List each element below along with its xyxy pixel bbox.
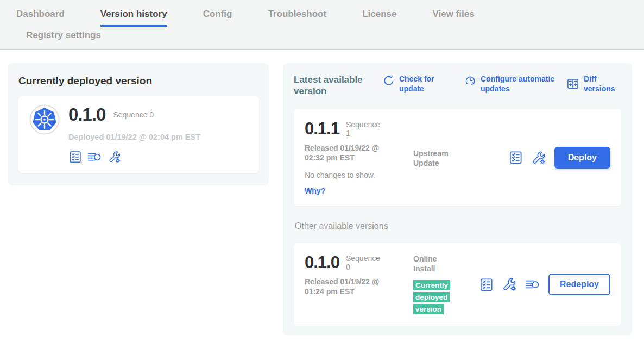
- diff-versions-label: Diff versions: [584, 74, 621, 94]
- tab-license[interactable]: License: [362, 0, 396, 27]
- main-content: Currently deployed version 0.1.0 Sequenc…: [0, 50, 644, 335]
- diff-icon: [566, 77, 579, 90]
- config-icon[interactable]: [502, 277, 517, 292]
- currently-deployed-badge-text: Currently deployed version: [413, 280, 450, 314]
- latest-source-column: Upstream Update: [413, 120, 474, 196]
- tab-troubleshoot[interactable]: Troubleshoot: [268, 0, 326, 27]
- latest-available-title: Latest available version: [294, 74, 376, 97]
- other-version-card: 0.1.0 Sequence 0 Released 01/19/22 @ 01:…: [294, 243, 621, 326]
- other-version-number: 0.1.0: [305, 254, 339, 271]
- preflight-checks-icon[interactable]: [508, 150, 523, 165]
- other-sequence-label: Sequence 0: [346, 254, 384, 271]
- latest-version-card: 0.1.1 Sequence 1 Released 01/19/22 @ 02:…: [294, 109, 621, 207]
- other-source-column: Online Install Currently deployed versio…: [413, 254, 474, 315]
- config-icon[interactable]: [531, 150, 546, 165]
- deployed-version-number: 0.1.0: [68, 104, 105, 125]
- latest-actions-column: Deploy: [508, 120, 610, 196]
- release-notes-icon[interactable]: [525, 277, 540, 291]
- other-version-info: 0.1.0 Sequence 0 Released 01/19/22 @ 01:…: [305, 254, 413, 315]
- configure-automatic-updates-link[interactable]: Configure automatic updates: [464, 74, 566, 94]
- preflight-checks-icon[interactable]: [479, 277, 494, 292]
- latest-version-info: 0.1.1 Sequence 1 Released 01/19/22 @ 02:…: [305, 120, 413, 196]
- diff-versions-link[interactable]: Diff versions: [566, 74, 621, 94]
- currently-deployed-badge: Currently deployed version: [413, 279, 457, 315]
- other-actions-column: Redeploy: [479, 254, 610, 315]
- schedule-update-icon: [464, 74, 476, 86]
- no-changes-text: No changes to show.: [305, 171, 413, 179]
- nav-row-2: Registry settings: [16, 27, 644, 49]
- currently-deployed-panel: Currently deployed version 0.1.0 Sequenc…: [8, 63, 269, 185]
- release-notes-icon[interactable]: [87, 150, 102, 164]
- deployed-timestamp: Deployed 01/19/22 @ 02:04 pm EST: [68, 133, 200, 141]
- deployed-version-info: 0.1.0 Sequence 0 Deployed 01/19/22 @ 02:…: [68, 104, 200, 164]
- check-for-update-link[interactable]: Check for update: [383, 74, 445, 94]
- latest-available-panel: Latest available version Check for updat…: [283, 63, 632, 335]
- tab-version-history[interactable]: Version history: [100, 0, 167, 27]
- tab-registry-settings[interactable]: Registry settings: [26, 30, 644, 41]
- configure-automatic-updates-label: Configure automatic updates: [481, 74, 566, 94]
- config-icon[interactable]: [108, 150, 122, 164]
- deployed-sequence-label: Sequence 0: [113, 110, 154, 119]
- other-versions-title: Other available versions: [295, 221, 621, 231]
- tab-dashboard[interactable]: Dashboard: [16, 0, 65, 27]
- latest-header: Latest available version Check for updat…: [294, 74, 621, 97]
- currently-deployed-title: Currently deployed version: [18, 75, 259, 87]
- check-for-update-label: Check for update: [399, 74, 445, 94]
- deploy-button[interactable]: Deploy: [554, 147, 610, 169]
- top-navbar: Dashboard Version history Config Trouble…: [0, 0, 644, 50]
- redeploy-button[interactable]: Redeploy: [548, 274, 610, 295]
- tab-view-files[interactable]: View files: [432, 0, 474, 27]
- latest-sequence-label: Sequence 1: [346, 120, 384, 138]
- why-link[interactable]: Why?: [305, 187, 413, 195]
- header-actions: Check for update Configure automatic upd…: [381, 74, 621, 94]
- latest-version-number: 0.1.1: [305, 120, 339, 137]
- tab-config[interactable]: Config: [203, 0, 232, 27]
- other-source-label: Online Install: [413, 254, 457, 274]
- preflight-checks-icon[interactable]: [68, 150, 82, 164]
- kubernetes-app-icon: [29, 104, 60, 135]
- latest-source-label: Upstream Update: [413, 148, 457, 168]
- nav-row-1: Dashboard Version history Config Trouble…: [16, 0, 644, 27]
- deployed-version-card: 0.1.0 Sequence 0 Deployed 01/19/22 @ 02:…: [18, 96, 259, 173]
- latest-released-timestamp: Released 01/19/22 @ 02:32 pm EST: [305, 143, 398, 163]
- refresh-icon: [383, 74, 395, 86]
- other-released-timestamp: Released 01/19/22 @ 01:24 pm EST: [305, 277, 398, 296]
